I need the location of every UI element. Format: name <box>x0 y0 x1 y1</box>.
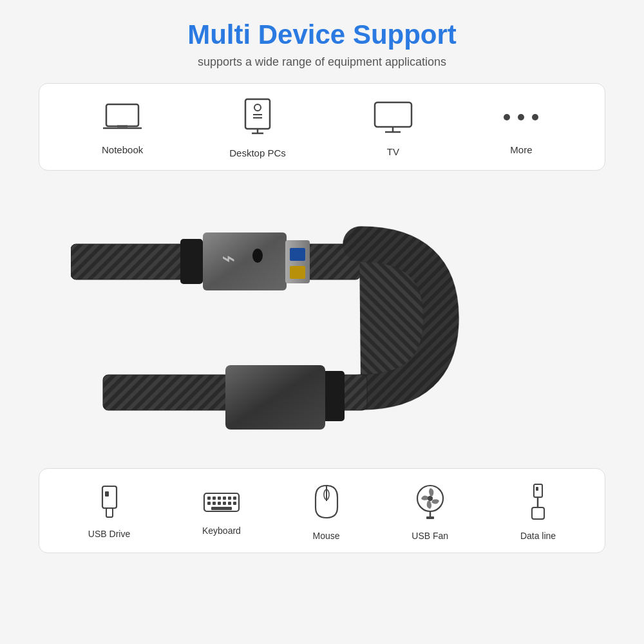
keyboard-label: Keyboard <box>202 526 241 536</box>
usb-fan-icon <box>413 483 447 524</box>
svg-rect-28 <box>290 266 305 279</box>
svg-rect-5 <box>253 114 262 115</box>
device-tv: TV <box>372 100 414 157</box>
svg-rect-39 <box>223 497 226 500</box>
more-label: More <box>510 144 532 155</box>
svg-rect-48 <box>211 507 232 510</box>
svg-rect-6 <box>253 117 262 118</box>
mouse-label: Mouse <box>313 531 340 541</box>
tv-icon <box>372 100 414 140</box>
svg-rect-41 <box>233 497 236 500</box>
top-device-box: Notebook Desktop PCs TV <box>39 83 605 171</box>
svg-rect-58 <box>532 507 544 519</box>
svg-rect-47 <box>233 502 236 505</box>
svg-point-29 <box>252 249 263 263</box>
svg-rect-38 <box>218 497 221 500</box>
svg-point-13 <box>518 114 524 120</box>
svg-rect-33 <box>106 508 113 517</box>
svg-rect-31 <box>225 365 325 430</box>
acc-mouse: Mouse <box>313 483 340 541</box>
acc-data-line: Data line <box>520 483 556 541</box>
data-line-icon <box>527 483 549 524</box>
page-subtitle: supports a wide range of equipment appli… <box>198 55 446 69</box>
desktop-label: Desktop PCs <box>229 147 286 158</box>
svg-rect-27 <box>290 248 305 261</box>
data-line-label: Data line <box>520 531 556 541</box>
svg-point-14 <box>532 114 538 120</box>
cable-illustration: ⌁ <box>39 186 605 457</box>
more-icon <box>500 101 542 138</box>
svg-rect-42 <box>207 502 211 505</box>
tv-label: TV <box>387 146 399 157</box>
svg-rect-24 <box>203 232 287 290</box>
svg-rect-0 <box>106 104 138 126</box>
svg-rect-44 <box>218 502 221 505</box>
device-desktop: Desktop PCs <box>229 98 286 158</box>
svg-point-4 <box>254 104 261 111</box>
svg-rect-9 <box>375 102 412 127</box>
svg-point-12 <box>504 114 510 120</box>
notebook-label: Notebook <box>102 144 143 155</box>
svg-rect-23 <box>180 239 203 284</box>
acc-usb-drive: USB Drive <box>88 485 130 539</box>
acc-keyboard: Keyboard <box>202 488 241 536</box>
svg-rect-55 <box>534 484 542 497</box>
svg-rect-30 <box>322 371 345 421</box>
bottom-accessories-box: USB Drive Keyboard <box>39 468 605 553</box>
notebook-icon <box>103 101 142 138</box>
acc-usb-fan: USB Fan <box>412 483 448 541</box>
keyboard-icon <box>203 488 240 519</box>
svg-text:⌁: ⌁ <box>222 245 236 271</box>
device-notebook: Notebook <box>102 101 143 155</box>
svg-rect-45 <box>223 502 226 505</box>
svg-rect-36 <box>207 497 211 500</box>
usb-drive-icon <box>95 485 124 522</box>
device-more: More <box>500 101 542 155</box>
svg-rect-56 <box>536 487 538 491</box>
svg-rect-40 <box>228 497 231 500</box>
svg-point-52 <box>428 496 433 501</box>
mouse-icon <box>313 483 340 524</box>
page-title: Multi Device Support <box>187 19 457 50</box>
svg-rect-54 <box>426 516 434 519</box>
svg-rect-37 <box>213 497 216 500</box>
usb-fan-label: USB Fan <box>412 531 448 541</box>
svg-rect-43 <box>213 502 216 505</box>
desktop-icon <box>240 98 276 141</box>
usb-drive-label: USB Drive <box>88 529 130 539</box>
svg-rect-34 <box>105 491 109 497</box>
svg-rect-32 <box>102 486 117 508</box>
svg-rect-46 <box>228 502 231 505</box>
